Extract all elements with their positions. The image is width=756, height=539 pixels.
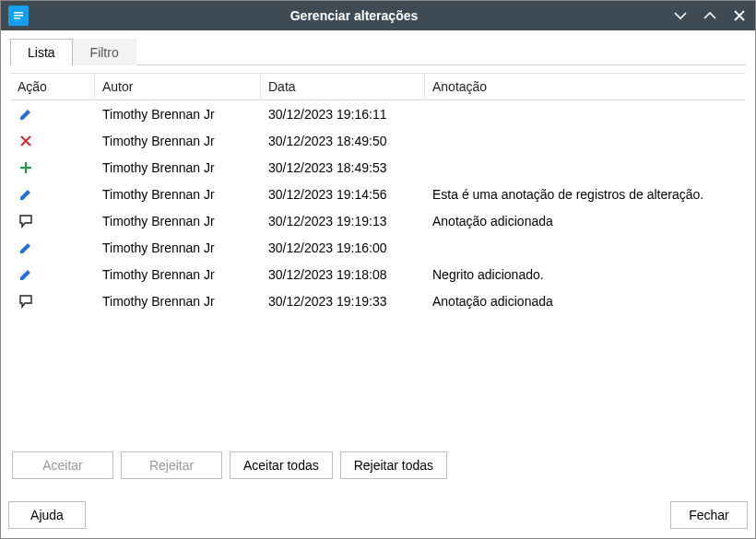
svg-rect-3 (14, 18, 20, 19)
titlebar: Gerenciar alterações (1, 1, 755, 30)
window-controls (672, 7, 748, 24)
svg-rect-1 (14, 12, 23, 14)
cell-comment: Negrito adicionado. (425, 267, 746, 282)
pencil-icon (18, 266, 34, 283)
cell-author: Timothy Brennan Jr (95, 214, 261, 228)
table-row[interactable]: Timothy Brennan Jr30/12/2023 18:49:53 (10, 154, 746, 181)
accept-all-button[interactable]: Aceitar todas (230, 451, 333, 479)
help-button[interactable]: Ajuda (8, 501, 86, 529)
table-row[interactable]: Timothy Brennan Jr30/12/2023 19:16:00 (10, 234, 746, 261)
cell-comment: Anotação adicionada (425, 214, 746, 228)
cell-date: 30/12/2023 19:19:13 (261, 214, 425, 228)
tab-filter[interactable]: Filtro (73, 39, 136, 65)
header-comment[interactable]: Anotação (425, 74, 746, 100)
manage-changes-dialog: Gerenciar alterações Lista Filtro Ação A… (0, 0, 756, 539)
close-button[interactable]: Fechar (670, 501, 748, 529)
cell-action (10, 106, 95, 123)
cell-action (10, 240, 95, 256)
table-row[interactable]: Timothy Brennan Jr30/12/2023 19:18:08Neg… (10, 261, 746, 287)
table-row[interactable]: Timothy Brennan Jr30/12/2023 19:19:33Ano… (10, 287, 746, 314)
pencil-icon (18, 106, 34, 123)
close-window-button[interactable] (731, 7, 748, 24)
svg-rect-2 (14, 15, 23, 17)
cell-action (10, 266, 95, 283)
dialog-footer: Ajuda Fechar (1, 494, 755, 538)
cell-action (10, 186, 95, 203)
pencil-icon (18, 186, 34, 203)
cell-date: 30/12/2023 18:49:53 (261, 160, 425, 175)
pencil-icon (18, 240, 34, 256)
dialog-content: Lista Filtro Ação Autor Data Anotação Ti… (1, 30, 755, 494)
header-author[interactable]: Autor (95, 74, 261, 100)
header-action[interactable]: Ação (10, 74, 95, 100)
table-header: Ação Autor Data Anotação (10, 74, 746, 100)
cell-action (10, 293, 95, 310)
comment-icon (18, 293, 34, 310)
cell-date: 30/12/2023 19:14:56 (261, 187, 425, 202)
comment-icon (18, 213, 34, 229)
table-row[interactable]: Timothy Brennan Jr30/12/2023 18:49:50 (10, 127, 746, 154)
cell-action (10, 133, 95, 149)
delete-icon (18, 133, 34, 149)
cell-author: Timothy Brennan Jr (95, 160, 261, 175)
table-row[interactable]: Timothy Brennan Jr30/12/2023 19:19:13Ano… (10, 207, 746, 234)
window-title: Gerenciar alterações (36, 8, 672, 23)
cell-author: Timothy Brennan Jr (95, 294, 261, 309)
action-buttons: Aceitar Rejeitar Aceitar todas Rejeitar … (10, 446, 746, 485)
accept-button[interactable]: Aceitar (12, 451, 113, 479)
reject-button[interactable]: Rejeitar (121, 451, 222, 479)
reject-all-button[interactable]: Rejeitar todas (340, 451, 447, 479)
table-body: Timothy Brennan Jr30/12/2023 19:16:11Tim… (10, 100, 746, 314)
app-icon (8, 6, 29, 26)
cell-author: Timothy Brennan Jr (95, 187, 261, 202)
table-row[interactable]: Timothy Brennan Jr30/12/2023 19:14:56Est… (10, 181, 746, 207)
changes-table: Ação Autor Data Anotação Timothy Brennan… (10, 73, 746, 446)
cell-comment: Anotação adicionada (425, 294, 746, 309)
cell-date: 30/12/2023 19:16:11 (261, 107, 425, 122)
cell-date: 30/12/2023 18:49:50 (261, 134, 425, 148)
cell-author: Timothy Brennan Jr (95, 134, 261, 148)
tab-bar: Lista Filtro (10, 38, 746, 65)
cell-action (10, 213, 95, 229)
cell-author: Timothy Brennan Jr (95, 240, 261, 255)
cell-date: 30/12/2023 19:19:33 (261, 294, 425, 309)
cell-author: Timothy Brennan Jr (95, 267, 261, 282)
table-row[interactable]: Timothy Brennan Jr30/12/2023 19:16:11 (10, 100, 746, 127)
cell-date: 30/12/2023 19:16:00 (261, 240, 425, 255)
plus-icon (18, 159, 34, 176)
tab-list[interactable]: Lista (10, 39, 73, 65)
header-date[interactable]: Data (261, 74, 425, 100)
maximize-button[interactable] (702, 7, 718, 24)
minimize-button[interactable] (672, 7, 689, 24)
cell-author: Timothy Brennan Jr (95, 107, 261, 122)
cell-date: 30/12/2023 19:18:08 (261, 267, 425, 282)
cell-action (10, 159, 95, 176)
cell-comment: Esta é uma anotação de registros de alte… (425, 187, 746, 202)
